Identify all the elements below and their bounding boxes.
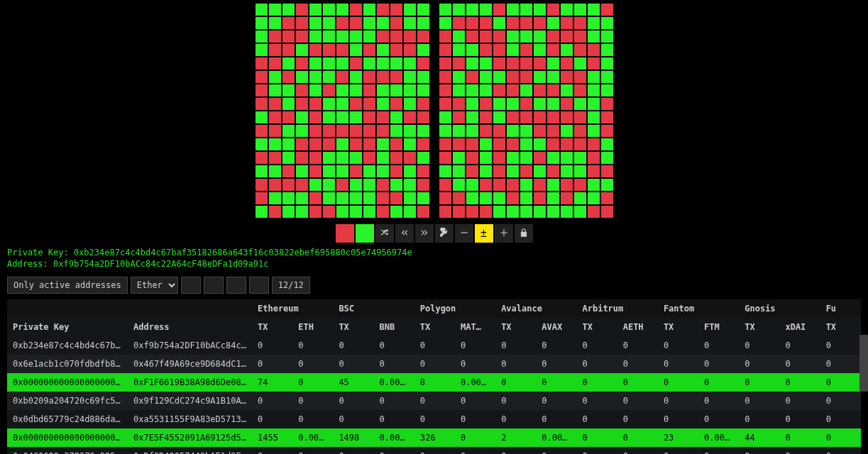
bit-green-button[interactable]	[356, 224, 374, 243]
bit-cell[interactable]	[363, 16, 376, 30]
bit-cell[interactable]	[282, 84, 295, 97]
bit-cell[interactable]	[295, 138, 309, 151]
bit-cell[interactable]	[255, 70, 268, 84]
plus-button[interactable]	[495, 224, 513, 243]
bit-cell[interactable]	[363, 178, 376, 192]
shuffle-button[interactable]	[375, 224, 394, 243]
bit-cell[interactable]	[546, 138, 560, 151]
bit-cell[interactable]	[520, 205, 533, 218]
bit-cell[interactable]	[403, 3, 417, 16]
bit-cell[interactable]	[336, 16, 349, 30]
bit-cell[interactable]	[268, 192, 282, 205]
bit-cell[interactable]	[390, 124, 403, 138]
bit-cell[interactable]	[322, 57, 336, 70]
column-header[interactable]: BNB	[374, 318, 414, 336]
bit-cell[interactable]	[587, 205, 600, 218]
bit-cell[interactable]	[600, 57, 614, 70]
bit-cell[interactable]	[363, 3, 376, 16]
column-header[interactable]: Address	[128, 318, 252, 336]
column-header[interactable]: Private Key	[7, 318, 128, 336]
bit-cell[interactable]	[336, 192, 349, 205]
bit-cell[interactable]	[322, 124, 336, 138]
bit-cell[interactable]	[309, 30, 322, 43]
bit-cell[interactable]	[546, 124, 560, 138]
bit-cell[interactable]	[349, 138, 363, 151]
bit-cell[interactable]	[600, 70, 614, 84]
bit-cell[interactable]	[479, 165, 493, 178]
bit-cell[interactable]	[533, 151, 546, 165]
keyhole-button[interactable]	[435, 224, 454, 243]
bit-cell[interactable]	[573, 43, 587, 57]
bit-cell[interactable]	[600, 192, 614, 205]
bit-cell[interactable]	[403, 84, 417, 97]
bit-cell[interactable]	[587, 16, 600, 30]
bit-cell[interactable]	[587, 111, 600, 124]
bit-cell[interactable]	[520, 192, 533, 205]
bit-cell[interactable]	[533, 138, 546, 151]
bit-cell[interactable]	[546, 16, 560, 30]
bit-cell[interactable]	[295, 205, 309, 218]
bit-cell[interactable]	[506, 138, 520, 151]
bit-cell[interactable]	[600, 3, 614, 16]
bit-cell[interactable]	[403, 124, 417, 138]
bit-cell[interactable]	[506, 111, 520, 124]
bit-cell[interactable]	[403, 16, 417, 30]
bit-cell[interactable]	[546, 30, 560, 43]
bit-cell[interactable]	[533, 165, 546, 178]
bit-cell[interactable]	[349, 30, 363, 43]
bit-cell[interactable]	[560, 43, 573, 57]
bit-cell[interactable]	[255, 165, 268, 178]
expand-button[interactable]	[226, 277, 246, 294]
bit-cell[interactable]	[336, 178, 349, 192]
bit-cell[interactable]	[349, 165, 363, 178]
bit-cell[interactable]	[268, 57, 282, 70]
bit-cell[interactable]	[255, 192, 268, 205]
bit-cell[interactable]	[390, 151, 403, 165]
bit-cell[interactable]	[322, 165, 336, 178]
bit-cell[interactable]	[363, 151, 376, 165]
bit-cell[interactable]	[255, 43, 268, 57]
bit-cell[interactable]	[403, 138, 417, 151]
bit-cell[interactable]	[417, 111, 430, 124]
bit-cell[interactable]	[466, 30, 479, 43]
bit-cell[interactable]	[560, 124, 573, 138]
bit-cell[interactable]	[322, 97, 336, 111]
bit-cell[interactable]	[390, 70, 403, 84]
bit-cell[interactable]	[560, 97, 573, 111]
bit-cell[interactable]	[363, 84, 376, 97]
bit-cell[interactable]	[336, 124, 349, 138]
bit-cell[interactable]	[309, 16, 322, 30]
bit-cell[interactable]	[546, 3, 560, 16]
currency-select[interactable]: Ether	[131, 277, 178, 294]
bit-cell[interactable]	[506, 205, 520, 218]
bit-cell[interactable]	[520, 97, 533, 111]
bit-cell[interactable]	[349, 97, 363, 111]
lock-button[interactable]	[515, 224, 533, 243]
bit-cell[interactable]	[376, 192, 390, 205]
bit-cell[interactable]	[336, 57, 349, 70]
bit-cell[interactable]	[479, 192, 493, 205]
bit-cell[interactable]	[573, 97, 587, 111]
bit-cell[interactable]	[403, 97, 417, 111]
bit-cell[interactable]	[282, 70, 295, 84]
bit-red-button[interactable]	[336, 224, 354, 243]
bit-cell[interactable]	[573, 124, 587, 138]
bit-cell[interactable]	[349, 205, 363, 218]
bit-cell[interactable]	[560, 138, 573, 151]
bit-cell[interactable]	[255, 16, 268, 30]
bit-cell[interactable]	[417, 30, 430, 43]
collapse-button[interactable]	[204, 277, 224, 294]
bit-cell[interactable]	[322, 192, 336, 205]
bit-cell[interactable]	[322, 30, 336, 43]
bit-cell[interactable]	[295, 165, 309, 178]
bit-cell[interactable]	[403, 111, 417, 124]
bit-cell[interactable]	[560, 111, 573, 124]
bit-cell[interactable]	[390, 111, 403, 124]
bit-cell[interactable]	[376, 57, 390, 70]
bit-cell[interactable]	[255, 151, 268, 165]
bit-cell[interactable]	[466, 70, 479, 84]
bit-cell[interactable]	[520, 124, 533, 138]
bit-cell[interactable]	[390, 3, 403, 16]
bit-cell[interactable]	[520, 30, 533, 43]
bit-cell[interactable]	[309, 57, 322, 70]
